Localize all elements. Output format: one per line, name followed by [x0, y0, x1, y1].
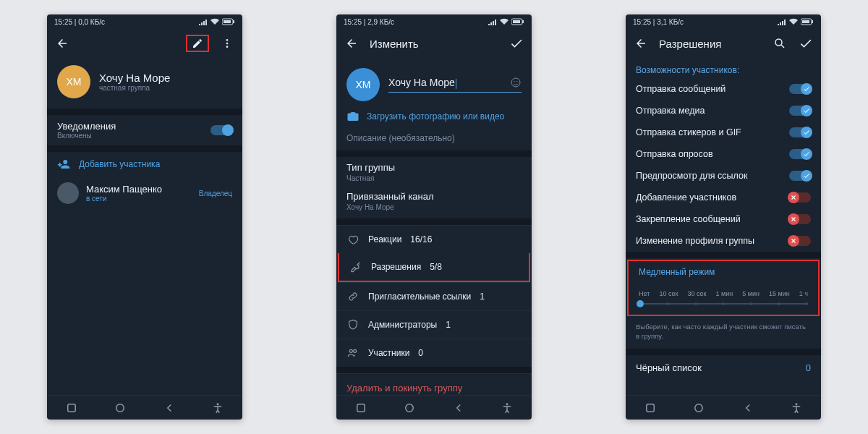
- edit-name-row: ХМ Хочу На Море: [336, 58, 532, 107]
- slider-handle[interactable]: [637, 300, 644, 307]
- nav-home-icon[interactable]: [114, 401, 127, 414]
- nav-recent-icon[interactable]: [354, 401, 367, 414]
- link-icon: [347, 291, 359, 302]
- add-member-row[interactable]: Добавить участника: [47, 152, 242, 176]
- app-bar: Разрешения: [626, 29, 821, 58]
- wifi-icon: [789, 18, 798, 25]
- add-member-label: Добавить участника: [79, 159, 160, 169]
- invite-links-value: 1: [480, 292, 485, 302]
- admins-row[interactable]: Администраторы 1: [336, 310, 532, 339]
- emoji-icon[interactable]: [510, 77, 522, 88]
- app-bar: [47, 29, 242, 58]
- blacklist-label: Чёрный список: [636, 362, 702, 373]
- page-title: Разрешения: [659, 38, 762, 50]
- svg-point-7: [116, 404, 124, 412]
- permission-row[interactable]: Изменение профиля группы: [626, 230, 821, 252]
- upload-photo-label: Загрузить фотографию или видео: [367, 111, 504, 122]
- search-button[interactable]: [772, 35, 788, 51]
- slowmode-slider[interactable]: [639, 302, 808, 306]
- signal-icon: [778, 18, 786, 25]
- nav-back-icon[interactable]: [163, 401, 176, 414]
- group-avatar[interactable]: ХМ: [57, 65, 90, 98]
- group-name-input[interactable]: Хочу На Море: [388, 77, 522, 92]
- permission-row[interactable]: Отправка сообщений: [626, 78, 821, 100]
- back-button[interactable]: [633, 35, 649, 51]
- svg-rect-22: [647, 404, 655, 412]
- permission-toggle[interactable]: [789, 106, 811, 116]
- permission-toggle[interactable]: [789, 149, 811, 159]
- group-type-label: Тип группы: [346, 162, 522, 173]
- svg-rect-11: [513, 20, 520, 23]
- permission-toggle[interactable]: [789, 127, 811, 137]
- status-time: 15:25: [633, 18, 651, 26]
- permission-row[interactable]: Отправка стикеров и GIF: [626, 122, 821, 143]
- blacklist-row[interactable]: Чёрный список 0: [626, 355, 821, 380]
- app-bar: Изменить: [336, 29, 532, 58]
- notifications-status: Включены: [57, 132, 202, 140]
- permission-toggle[interactable]: [789, 171, 811, 181]
- more-button[interactable]: [219, 35, 235, 51]
- permission-toggle[interactable]: [789, 214, 811, 224]
- android-nav-bar: [336, 395, 532, 420]
- group-type-row[interactable]: Тип группы Частная: [336, 157, 532, 184]
- nav-accessibility-icon[interactable]: [211, 401, 224, 414]
- svg-rect-15: [357, 404, 365, 412]
- nav-recent-icon[interactable]: [644, 401, 657, 414]
- slowmode-control[interactable]: Нет10 сек30 сек1 мин5 мин15 мин1 ч: [629, 280, 818, 315]
- member-status: в сети: [86, 195, 192, 203]
- permission-toggle[interactable]: [789, 236, 811, 246]
- permission-row[interactable]: Отправка опросов: [626, 143, 821, 165]
- permission-toggle[interactable]: [789, 192, 811, 203]
- permission-label: Добавление участников: [636, 192, 782, 203]
- status-net: 2,9 КБ/с: [367, 18, 394, 26]
- permission-row[interactable]: Предпросмотр для ссылок: [626, 165, 821, 187]
- notifications-label: Уведомления: [57, 121, 202, 132]
- search-icon: [773, 37, 786, 50]
- status-time: 15:25: [54, 18, 72, 26]
- edit-button[interactable]: [186, 35, 209, 52]
- svg-rect-19: [812, 20, 813, 23]
- slowmode-step: 10 сек: [659, 290, 678, 297]
- notifications-toggle[interactable]: [210, 125, 232, 135]
- member-avatar: [57, 182, 79, 204]
- notifications-row[interactable]: Уведомления Включены: [47, 115, 242, 145]
- permissions-row[interactable]: Разрешения 5/8: [338, 253, 530, 282]
- linked-channel-row[interactable]: Привязанный канал Хочу На Море: [336, 184, 532, 218]
- permission-row[interactable]: Добавление участников: [626, 187, 821, 208]
- permission-label: Отправка сообщений: [636, 84, 782, 94]
- upload-photo-row[interactable]: Загрузить фотографию или видео: [336, 107, 532, 130]
- android-nav-bar: [626, 395, 821, 420]
- permission-row[interactable]: Отправка медиа: [626, 100, 821, 122]
- nav-accessibility-icon[interactable]: [501, 401, 514, 414]
- permission-toggle[interactable]: [789, 84, 811, 94]
- nav-recent-icon[interactable]: [65, 401, 78, 414]
- svg-point-24: [796, 403, 798, 405]
- member-row[interactable]: Максим Пащенко в сети Владелец: [47, 176, 242, 210]
- status-bar: 15:25 | 3,1 КБ/с: [626, 14, 821, 29]
- group-name: Хочу На Море: [99, 72, 170, 84]
- delete-group-button[interactable]: Удалить и покинуть группу: [336, 373, 532, 395]
- permission-row[interactable]: Закрепление сообщений: [626, 208, 821, 230]
- svg-rect-10: [522, 20, 524, 23]
- camera-icon: [346, 110, 359, 123]
- nav-back-icon[interactable]: [452, 401, 465, 414]
- back-button[interactable]: [54, 35, 70, 51]
- svg-rect-6: [68, 404, 76, 412]
- nav-back-icon[interactable]: [741, 401, 754, 414]
- nav-home-icon[interactable]: [403, 401, 416, 414]
- nav-home-icon[interactable]: [692, 401, 705, 414]
- svg-point-21: [775, 39, 782, 46]
- confirm-button[interactable]: [798, 35, 814, 51]
- svg-rect-20: [802, 20, 809, 23]
- group-avatar[interactable]: ХМ: [346, 68, 380, 101]
- confirm-button[interactable]: [509, 35, 524, 51]
- arrow-left-icon: [345, 37, 358, 50]
- invite-links-row[interactable]: Пригласительные ссылки 1: [336, 282, 532, 310]
- reactions-row[interactable]: Реакции 16/16: [336, 225, 532, 253]
- status-bar: 15:25 | 0,0 КБ/с: [47, 14, 242, 29]
- nav-accessibility-icon[interactable]: [790, 401, 803, 414]
- members-row[interactable]: Участники 0: [336, 339, 532, 367]
- back-button[interactable]: [344, 35, 359, 51]
- slowmode-step: 15 мин: [769, 290, 790, 297]
- description-input[interactable]: Описание (необязательно): [336, 130, 532, 150]
